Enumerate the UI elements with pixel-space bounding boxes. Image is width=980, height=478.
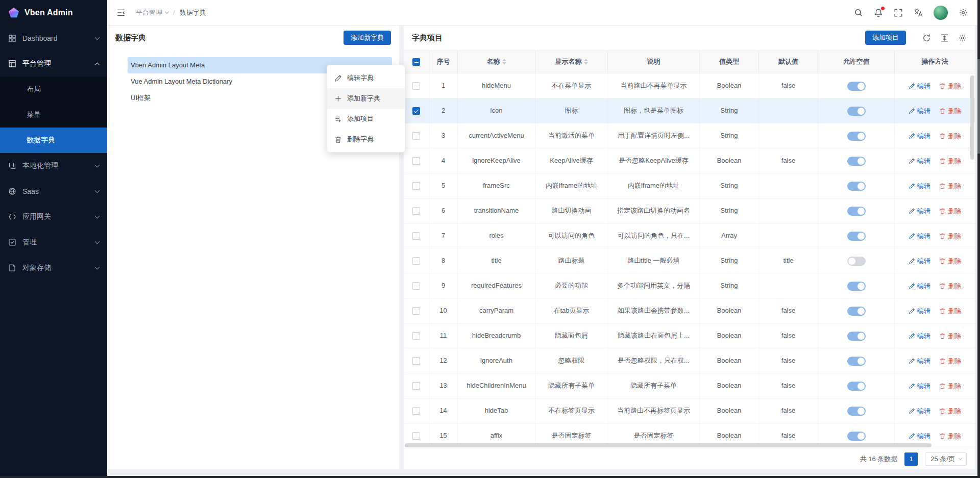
edit-button[interactable]: 编辑 xyxy=(909,274,930,298)
sidebar-item-manage[interactable]: 管理 xyxy=(0,230,107,255)
gear-icon[interactable] xyxy=(958,34,967,42)
gear-icon[interactable] xyxy=(959,8,968,17)
app-logo[interactable]: Vben Admin xyxy=(0,0,107,26)
context-menu-item-edit-dictionary[interactable]: 编辑字典 xyxy=(327,68,405,88)
edit-button[interactable]: 编辑 xyxy=(909,149,930,173)
browser-scrollbar-thumb[interactable] xyxy=(977,59,980,154)
sort-icon[interactable] xyxy=(502,59,506,65)
row-checkbox[interactable] xyxy=(412,257,420,265)
fullscreen-icon[interactable] xyxy=(894,8,903,17)
edit-button[interactable]: 编辑 xyxy=(909,199,930,223)
context-menu-item-add-item[interactable]: 添加项目 xyxy=(327,109,405,129)
sidebar-item-gateway[interactable]: 应用网关 xyxy=(0,204,107,230)
avatar[interactable] xyxy=(934,6,948,20)
delete-button[interactable]: 删除 xyxy=(939,349,961,373)
allow-empty-toggle[interactable] xyxy=(847,332,866,341)
row-checkbox[interactable] xyxy=(412,182,420,190)
edit-button[interactable]: 编辑 xyxy=(909,324,930,348)
add-dictionary-button[interactable]: 添加新字典 xyxy=(344,31,391,45)
col-name[interactable]: 名称 xyxy=(458,51,535,73)
delete-button[interactable]: 删除 xyxy=(939,324,961,348)
bell-icon[interactable] xyxy=(874,8,883,17)
sidebar-item-localization[interactable]: 本地化管理 xyxy=(0,153,107,179)
context-menu-item-add-dictionary[interactable]: 添加新字典 xyxy=(327,88,405,109)
edit-button[interactable]: 编辑 xyxy=(909,99,930,123)
row-height-icon[interactable] xyxy=(940,34,949,42)
table-row[interactable]: 2 icon 图标 图标，也是菜单图标 String 编辑 删除 xyxy=(404,98,975,123)
row-checkbox[interactable] xyxy=(412,357,420,365)
sidebar-subitem-menu[interactable]: 菜单 xyxy=(0,102,107,128)
table-row[interactable]: 13 hideChildrenInMenu 隐藏所有子菜单 隐藏所有子菜单 Bo… xyxy=(404,373,975,398)
col-display-name[interactable]: 显示名称 xyxy=(535,51,608,73)
delete-button[interactable]: 删除 xyxy=(939,399,961,423)
table-row[interactable]: 11 hideBreadcrumb 隐藏面包屑 隐藏该路由在面包屑上... Bo… xyxy=(404,323,975,348)
allow-empty-toggle[interactable] xyxy=(847,232,866,241)
allow-empty-toggle[interactable] xyxy=(847,82,866,91)
page-1-button[interactable]: 1 xyxy=(904,452,918,466)
delete-button[interactable]: 删除 xyxy=(939,249,961,273)
table-row[interactable]: 4 ignoreKeepAlive KeepAlive缓存 是否忽略KeepAl… xyxy=(404,148,975,173)
menu-fold-icon[interactable] xyxy=(116,8,126,17)
row-checkbox[interactable] xyxy=(412,432,420,440)
allow-empty-toggle[interactable] xyxy=(847,182,866,191)
edit-button[interactable]: 编辑 xyxy=(909,74,930,98)
translate-icon[interactable] xyxy=(914,8,923,17)
delete-button[interactable]: 删除 xyxy=(939,174,961,198)
allow-empty-toggle[interactable] xyxy=(847,382,866,391)
context-menu-item-delete-dictionary[interactable]: 删除字典 xyxy=(327,129,405,149)
delete-button[interactable]: 删除 xyxy=(939,74,961,98)
sidebar-item-dashboard[interactable]: Dashboard xyxy=(0,26,107,51)
table-row[interactable]: 5 frameSrc 内嵌iframe的地址 内嵌iframe的地址 Strin… xyxy=(404,173,975,198)
edit-button[interactable]: 编辑 xyxy=(909,224,930,248)
row-checkbox[interactable] xyxy=(412,332,420,340)
delete-button[interactable]: 删除 xyxy=(939,124,961,148)
edit-button[interactable]: 编辑 xyxy=(909,399,930,423)
allow-empty-toggle[interactable] xyxy=(847,132,866,141)
search-icon[interactable] xyxy=(854,8,863,17)
delete-button[interactable]: 删除 xyxy=(939,199,961,223)
add-item-button[interactable]: 添加项目 xyxy=(865,31,906,45)
vertical-scrollbar[interactable] xyxy=(970,76,974,160)
sidebar-subitem-data-dictionary[interactable]: 数据字典 xyxy=(0,128,107,153)
edit-button[interactable]: 编辑 xyxy=(909,349,930,373)
table-row[interactable]: 1 hideMenu 不在菜单显示 当前路由不再菜单显示 Boolean fal… xyxy=(404,73,975,98)
allow-empty-toggle[interactable] xyxy=(847,207,866,216)
delete-button[interactable]: 删除 xyxy=(939,149,961,173)
row-checkbox[interactable] xyxy=(412,307,420,315)
select-all-checkbox[interactable] xyxy=(412,58,420,66)
row-checkbox[interactable] xyxy=(412,282,420,290)
breadcrumb-platform[interactable]: 平台管理 xyxy=(136,8,168,17)
allow-empty-toggle[interactable] xyxy=(847,432,866,441)
allow-empty-toggle[interactable] xyxy=(847,282,866,291)
row-checkbox[interactable] xyxy=(412,107,420,115)
table-row[interactable]: 14 hideTab 不在标签页显示 当前路由不再标签页显示 Boolean f… xyxy=(404,398,975,423)
refresh-icon[interactable] xyxy=(922,34,931,42)
table-row[interactable]: 7 roles 可以访问的角色 可以访问的角色，只在... Array 编辑 删… xyxy=(404,223,975,248)
horizontal-scrollbar[interactable] xyxy=(405,443,932,447)
row-checkbox[interactable] xyxy=(412,207,420,215)
sort-icon[interactable] xyxy=(584,59,588,65)
allow-empty-toggle[interactable] xyxy=(847,307,866,316)
allow-empty-toggle[interactable] xyxy=(847,357,866,366)
row-checkbox[interactable] xyxy=(412,382,420,390)
row-checkbox[interactable] xyxy=(412,407,420,415)
edit-button[interactable]: 编辑 xyxy=(909,374,930,398)
table-row[interactable]: 8 title 路由标题 路由title 一般必填 String title 编… xyxy=(404,248,975,273)
table-row[interactable]: 6 transitionName 路由切换动画 指定该路由切换的动画名 Stri… xyxy=(404,198,975,223)
sidebar-item-platform[interactable]: 平台管理 xyxy=(0,51,107,77)
allow-empty-toggle[interactable] xyxy=(847,407,866,416)
delete-button[interactable]: 删除 xyxy=(939,374,961,398)
page-size-select[interactable]: 25 条/页 xyxy=(925,452,967,466)
row-checkbox[interactable] xyxy=(412,157,420,165)
allow-empty-toggle[interactable] xyxy=(847,257,866,266)
row-checkbox[interactable] xyxy=(412,232,420,240)
delete-button[interactable]: 删除 xyxy=(939,424,961,448)
edit-button[interactable]: 编辑 xyxy=(909,124,930,148)
delete-button[interactable]: 删除 xyxy=(939,99,961,123)
edit-button[interactable]: 编辑 xyxy=(909,299,930,323)
delete-button[interactable]: 删除 xyxy=(939,224,961,248)
row-checkbox[interactable] xyxy=(412,82,420,90)
delete-button[interactable]: 删除 xyxy=(939,299,961,323)
sidebar-item-saas[interactable]: Saas xyxy=(0,179,107,204)
edit-button[interactable]: 编辑 xyxy=(909,249,930,273)
